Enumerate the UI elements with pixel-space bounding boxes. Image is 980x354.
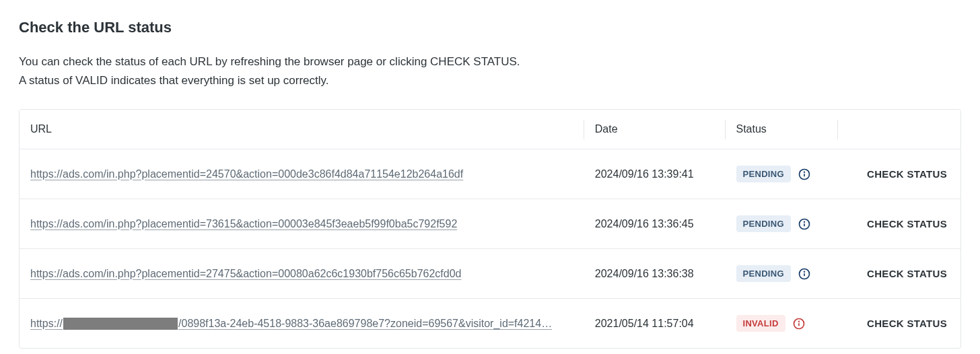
date-cell: 2024/09/16 13:36:38 — [584, 249, 726, 299]
url-link[interactable]: https://ads.com/in.php?placementid=24570… — [30, 168, 463, 180]
description-line-1: You can check the status of each URL by … — [19, 55, 520, 68]
status-cell-wrap: PENDING — [726, 199, 839, 249]
action-cell: CHECK STATUS — [838, 149, 960, 199]
description-line-2: A status of VALID indicates that everyth… — [19, 74, 328, 87]
url-cell: https://ads.com/in.php?placementid=24570… — [20, 149, 584, 199]
redacted-block — [63, 318, 178, 330]
url-cell: https://ads.com/in.php?placementid=27475… — [20, 249, 584, 299]
status-badge: INVALID — [736, 315, 785, 332]
url-status-table: URL Date Status https://ads.com/in.php?p… — [19, 109, 961, 349]
status-badge: PENDING — [736, 166, 791, 182]
date-cell: 2021/05/14 11:57:04 — [584, 299, 726, 349]
table-header-row: URL Date Status — [20, 110, 960, 149]
url-link[interactable]: https:///0898f13a-24eb-4518-9883-36ae869… — [30, 318, 552, 330]
check-status-button[interactable]: CHECK STATUS — [864, 314, 950, 333]
page-description: You can check the status of each URL by … — [19, 52, 961, 90]
check-status-button[interactable]: CHECK STATUS — [864, 164, 950, 184]
url-prefix: https:// — [30, 318, 63, 330]
url-cell: https:///0898f13a-24eb-4518-9883-36ae869… — [20, 299, 584, 349]
svg-point-11 — [798, 321, 799, 322]
status-badge: PENDING — [736, 215, 791, 232]
table-row: https:///0898f13a-24eb-4518-9883-36ae869… — [20, 299, 960, 349]
url-cell: https://ads.com/in.php?placementid=73615… — [20, 199, 584, 249]
table-row: https://ads.com/in.php?placementid=24570… — [20, 149, 960, 199]
url-link[interactable]: https://ads.com/in.php?placementid=27475… — [30, 268, 462, 279]
page-heading: Check the URL status — [19, 19, 961, 36]
action-cell: CHECK STATUS — [838, 199, 960, 249]
action-cell: CHECK STATUS — [838, 249, 960, 299]
table-row: https://ads.com/in.php?placementid=27475… — [20, 249, 960, 299]
info-icon[interactable] — [798, 168, 811, 181]
check-status-button[interactable]: CHECK STATUS — [864, 264, 950, 283]
svg-point-2 — [804, 172, 804, 172]
svg-point-8 — [804, 271, 804, 272]
info-icon[interactable] — [798, 267, 811, 281]
col-header-url: URL — [20, 110, 584, 149]
status-cell-wrap: INVALID — [726, 299, 839, 349]
status-cell-wrap: PENDING — [726, 149, 839, 199]
url-link[interactable]: https://ads.com/in.php?placementid=73615… — [30, 218, 457, 229]
col-header-status: Status — [726, 110, 839, 149]
svg-point-5 — [804, 221, 804, 222]
table-row: https://ads.com/in.php?placementid=73615… — [20, 199, 960, 249]
col-header-action — [838, 110, 960, 149]
check-status-button[interactable]: CHECK STATUS — [864, 214, 950, 234]
url-suffix: /0898f13a-24eb-4518-9883-36ae869798e7?zo… — [178, 318, 552, 330]
col-header-date: Date — [584, 110, 726, 149]
info-icon[interactable] — [798, 217, 811, 231]
date-cell: 2024/09/16 13:36:45 — [584, 199, 726, 249]
status-cell-wrap: PENDING — [726, 249, 839, 299]
action-cell: CHECK STATUS — [838, 299, 960, 349]
status-badge: PENDING — [736, 265, 791, 282]
info-icon[interactable] — [792, 317, 806, 330]
date-cell: 2024/09/16 13:39:41 — [584, 149, 726, 199]
